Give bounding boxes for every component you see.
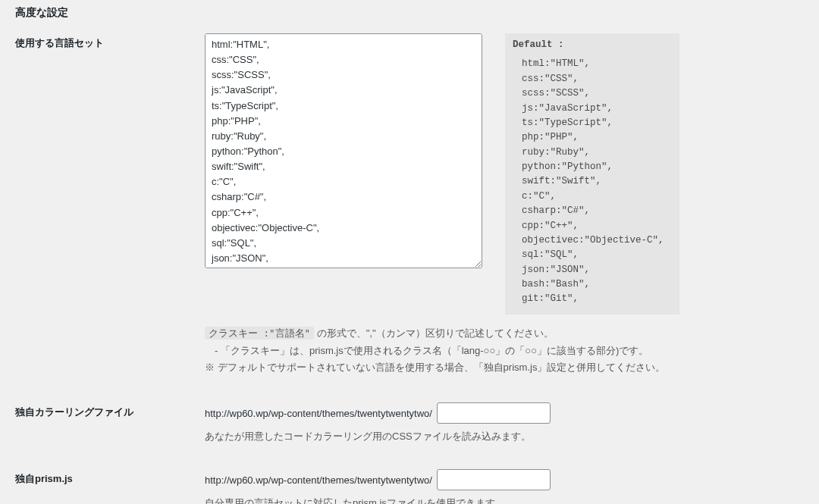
prismjs-desc: 自分専用の言語セットに対応したprism.jsファイルを使用できます。 — [205, 496, 804, 504]
row-langset: 使用する言語セット Default : html:"HTML", css:"CS… — [15, 33, 804, 377]
section-title: 高度な設定 — [15, 6, 804, 20]
prismjs-path: http://wp60.wp/wp-content/themes/twentyt… — [205, 474, 432, 486]
coloring-path: http://wp60.wp/wp-content/themes/twentyt… — [205, 408, 432, 419]
row-coloring: 独自カラーリングファイル http://wp60.wp/wp-content/t… — [15, 402, 804, 443]
langset-label: 使用する言語セット — [15, 33, 205, 50]
desc-line1-tail: の形式で、","（カンマ）区切りで記述してください。 — [314, 327, 553, 339]
langset-default-box: Default : html:"HTML", css:"CSS", scss:"… — [505, 33, 679, 315]
coloring-label: 独自カラーリングファイル — [15, 402, 205, 419]
prismjs-label: 独自prism.js — [15, 469, 205, 486]
desc-line2: - 「クラスキー」は、prism.jsで使用されるクラス名（「lang-○○」の… — [205, 345, 648, 356]
langset-desc: クラスキー :"言語名" の形式で、","（カンマ）区切りで記述してください。 … — [205, 325, 804, 377]
desc-code-snippet: クラスキー :"言語名" — [205, 327, 314, 340]
coloring-desc: あなたが用意したコードカラーリング用のCSSファイルを読み込みます。 — [205, 430, 804, 443]
default-body: html:"HTML", css:"CSS", scss:"SCSS", js:… — [513, 57, 672, 306]
prismjs-input[interactable] — [437, 469, 551, 490]
default-title: Default : — [513, 38, 672, 52]
row-prismjs: 独自prism.js http://wp60.wp/wp-content/the… — [15, 469, 804, 504]
desc-line3: ※ デフォルトでサポートされていない言語を使用する場合、「独自prism.js」… — [205, 362, 665, 373]
coloring-input[interactable] — [437, 402, 551, 424]
langset-textarea[interactable] — [205, 33, 482, 268]
